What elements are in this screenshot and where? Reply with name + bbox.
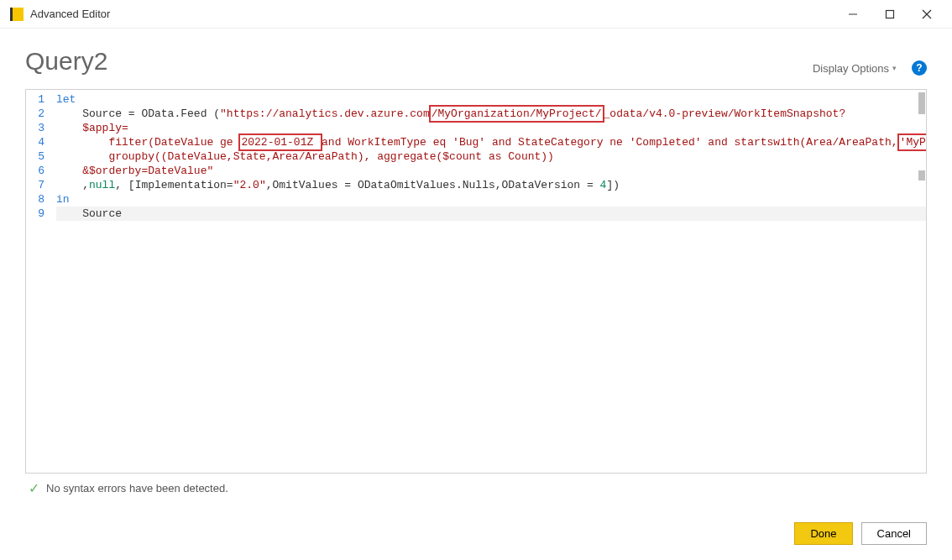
display-options-dropdown[interactable]: Display Options ▾ bbox=[813, 62, 897, 75]
code-editor[interactable]: 1 2 3 4 5 6 7 8 9 let Source = OData.Fee… bbox=[25, 89, 927, 474]
minimize-button[interactable] bbox=[834, 3, 871, 26]
code-line-3: $apply= bbox=[56, 121, 926, 135]
code-line-8: in bbox=[56, 192, 926, 207]
help-icon[interactable]: ? bbox=[912, 60, 927, 76]
titlebar: Advanced Editor bbox=[0, 0, 952, 29]
chevron-down-icon: ▾ bbox=[892, 64, 897, 72]
window-title: Advanced Editor bbox=[30, 8, 834, 20]
code-line-2: Source = OData.Feed ("https://analytics.… bbox=[56, 107, 926, 121]
query-title: Query2 bbox=[25, 47, 107, 76]
done-button[interactable]: Done bbox=[794, 522, 852, 545]
status-row: ✓ No syntax errors have been detected. bbox=[0, 474, 952, 496]
scrollbar-thumb[interactable] bbox=[918, 92, 925, 114]
cancel-button[interactable]: Cancel bbox=[861, 522, 927, 545]
code-line-7: ,null, [Implementation="2.0",OmitValues … bbox=[56, 178, 926, 192]
code-area[interactable]: let Source = OData.Feed ("https://analyt… bbox=[51, 90, 926, 473]
header-row: Query2 Display Options ▾ ? bbox=[0, 29, 952, 89]
window-controls bbox=[834, 3, 945, 26]
close-button[interactable] bbox=[908, 3, 945, 26]
code-line-5: groupby((DateValue,State,Area/AreaPath),… bbox=[56, 149, 926, 164]
footer: Done Cancel bbox=[794, 522, 927, 545]
app-icon bbox=[10, 8, 24, 21]
check-icon: ✓ bbox=[29, 480, 39, 496]
header-right: Display Options ▾ ? bbox=[813, 60, 927, 76]
scrollbar-marker bbox=[918, 170, 925, 181]
code-line-6: &$orderby=DateValue" bbox=[56, 164, 926, 178]
code-line-4: filter(DateValue ge 2022-01-01Z and Work… bbox=[56, 135, 926, 149]
code-line-9: Source bbox=[56, 207, 926, 221]
status-text: No syntax errors have been detected. bbox=[46, 482, 228, 495]
display-options-label: Display Options bbox=[813, 62, 889, 75]
maximize-button[interactable] bbox=[871, 3, 908, 26]
svg-rect-1 bbox=[887, 10, 894, 18]
gutter: 1 2 3 4 5 6 7 8 9 bbox=[26, 90, 51, 473]
